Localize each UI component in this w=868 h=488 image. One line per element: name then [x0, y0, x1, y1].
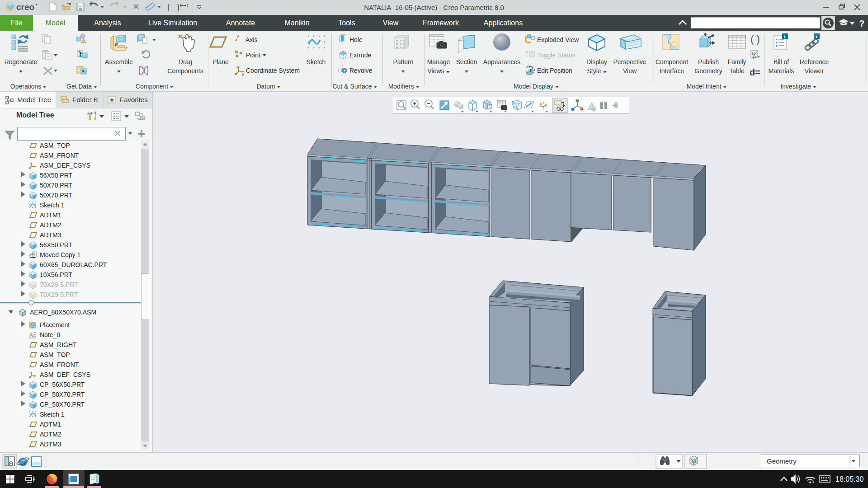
svg-text:i: i [816, 33, 817, 39]
svg-text:ADTM1: ADTM1 [40, 211, 61, 219]
svg-text:ADTM2: ADTM2 [40, 431, 61, 438]
svg-text:ADTM3: ADTM3 [40, 441, 61, 448]
svg-text:ADTM1: ADTM1 [40, 421, 61, 428]
svg-text:AERO_80X50X70.ASM: AERO_80X50X70.ASM [30, 309, 96, 316]
svg-text:50X70.PRT: 50X70.PRT [40, 182, 73, 189]
svg-text:60X65_DUROLAC.PRT: 60X65_DUROLAC.PRT [40, 261, 107, 268]
svg-text:ADTM3: ADTM3 [40, 231, 61, 239]
svg-text:ASM_DEF_CSYS: ASM_DEF_CSYS [40, 371, 90, 378]
svg-text:d=: d= [750, 67, 760, 77]
svg-text:Moved Copy 1: Moved Copy 1 [40, 251, 80, 258]
svg-text:Sketch 1: Sketch 1 [40, 202, 65, 209]
svg-text:ASM_TOP: ASM_TOP [40, 142, 70, 149]
svg-text:Note_0: Note_0 [40, 331, 60, 338]
svg-text:18:05:30: 18:05:30 [835, 475, 863, 483]
svg-text:( ): ( ) [750, 33, 760, 45]
svg-text:ASM_FRONT: ASM_FRONT [40, 361, 79, 368]
svg-text:ADTM2: ADTM2 [40, 221, 61, 229]
svg-text:70X29-5.PRT: 70X29-5.PRT [40, 281, 78, 288]
svg-text:50X70.PRT: 50X70.PRT [40, 192, 73, 199]
svg-text:2: 2 [529, 68, 532, 73]
svg-text:ASM_DEF_CSYS: ASM_DEF_CSYS [40, 162, 90, 169]
svg-text:fx: fx [753, 54, 756, 59]
svg-text:CP_56X50.PRT: CP_56X50.PRT [40, 381, 85, 388]
svg-text:70X29-5.PRT: 70X29-5.PRT [40, 291, 78, 298]
svg-text:?: ? [859, 19, 864, 28]
svg-text:CP_50X70.PRT: CP_50X70.PRT [40, 401, 85, 408]
svg-text:10X56.PRT: 10X56.PRT [40, 271, 73, 278]
svg-text:ASM_RIGHT: ASM_RIGHT [40, 341, 77, 348]
svg-text:56X50.PRT: 56X50.PRT [40, 241, 73, 249]
svg-text:CP_50X70.PRT: CP_50X70.PRT [40, 391, 85, 398]
svg-text:x: x [533, 68, 535, 72]
svg-text:Sketch 1: Sketch 1 [40, 411, 65, 418]
svg-text:ASM_TOP: ASM_TOP [40, 351, 70, 358]
svg-text:56X50.PRT: 56X50.PRT [40, 172, 73, 179]
svg-text:i: i [784, 33, 785, 39]
svg-text:x: x [542, 100, 545, 105]
svg-text:Placement: Placement [40, 321, 70, 328]
svg-text:ASM_FRONT: ASM_FRONT [40, 152, 79, 159]
